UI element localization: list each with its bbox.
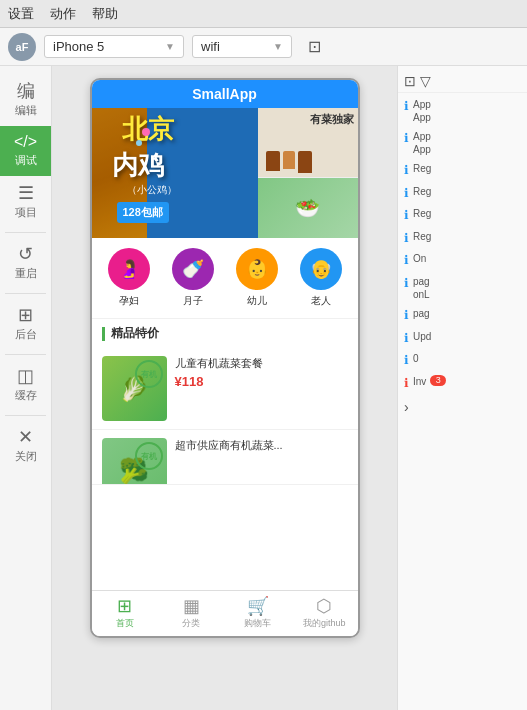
- main-layout: 编 编辑 </> 调试 ☰ 项目 ↺ 重启 ⊞ 后台 ◫ 缓存 ✕ 关闭: [0, 66, 527, 710]
- backend-icon: ⊞: [18, 306, 33, 324]
- sidebar-divider4: [5, 415, 46, 416]
- product-image-1: 🥬 有机: [102, 356, 167, 421]
- banner-text-naji: 内鸡: [112, 148, 164, 183]
- sidebar-item-project[interactable]: ☰ 项目: [0, 176, 51, 228]
- organic-badge-2: 有机: [135, 442, 163, 470]
- panel-info-icon-9: ℹ: [404, 308, 409, 324]
- panel-error-icon: ℹ: [404, 376, 409, 392]
- sidebar-item-cache[interactable]: ◫ 缓存: [0, 359, 51, 411]
- infant-icon: 👶: [236, 248, 278, 290]
- phone-frame: SmallApp 北京 内鸡 （小公鸡） 128包邮: [90, 78, 360, 638]
- banner-left[interactable]: 北京 内鸡 （小公鸡） 128包邮: [92, 108, 258, 238]
- panel-text-5: Reg: [413, 207, 431, 220]
- edit-icon: 编: [17, 82, 35, 100]
- menu-settings[interactable]: 设置: [8, 5, 34, 23]
- category-postpartum-label: 月子: [183, 294, 203, 308]
- avatar: aF: [8, 33, 36, 61]
- panel-row-2: ℹ AppApp: [398, 127, 527, 159]
- panel-text-1: AppApp: [413, 98, 431, 124]
- close-icon: ✕: [18, 428, 33, 446]
- panel-text-10: Upd: [413, 330, 431, 343]
- content-area: SmallApp 北京 内鸡 （小公鸡） 128包邮: [52, 66, 527, 710]
- menu-help[interactable]: 帮助: [92, 5, 118, 23]
- panel-row-11: ℹ 0: [398, 349, 527, 372]
- panel-info-icon-1: ℹ: [404, 99, 409, 115]
- cache-icon: ◫: [17, 367, 34, 385]
- banner-right-top: 有菜独家: [258, 108, 358, 177]
- nav-item-category[interactable]: ▦ 分类: [158, 591, 225, 636]
- category-icon: ▦: [183, 597, 200, 615]
- category-infant-label: 幼儿: [247, 294, 267, 308]
- sidebar-cache-label: 缓存: [15, 388, 37, 403]
- section-text: 精品特价: [111, 325, 159, 342]
- github-icon: ⬡: [316, 597, 332, 615]
- panel-row-5: ℹ Reg: [398, 204, 527, 227]
- nav-home-label: 首页: [116, 617, 134, 630]
- panel-info-icon-10: ℹ: [404, 331, 409, 347]
- product-row-1[interactable]: 🥬 有机 儿童有机蔬菜套餐 ¥118: [92, 348, 358, 430]
- panel-info-icon-4: ℹ: [404, 186, 409, 202]
- preview-button[interactable]: ⊡: [300, 33, 328, 61]
- sidebar-item-debug[interactable]: </> 调试: [0, 126, 51, 176]
- panel-expand-icon[interactable]: ›: [404, 398, 409, 416]
- sidebar-item-edit[interactable]: 编 编辑: [0, 74, 51, 126]
- organic-badge-1: 有机: [135, 360, 163, 388]
- banner-right-label: 有菜独家: [310, 112, 354, 127]
- sidebar-item-backend[interactable]: ⊞ 后台: [0, 298, 51, 350]
- category-postpartum[interactable]: 🍼 月子: [172, 248, 214, 308]
- banner-area: 北京 内鸡 （小公鸡） 128包邮 有菜独家: [92, 108, 358, 238]
- panel-row-9: ℹ pag: [398, 304, 527, 327]
- product-image-2: 🥦 有机: [102, 438, 167, 485]
- nav-item-github[interactable]: ⬡ 我的github: [291, 591, 358, 636]
- device-selector[interactable]: iPhone 5 ▼: [44, 35, 184, 58]
- panel-info-icon-3: ℹ: [404, 163, 409, 179]
- section-title: 精品特价: [92, 318, 358, 348]
- nav-item-home[interactable]: ⊞ 首页: [92, 591, 159, 636]
- sidebar-item-close[interactable]: ✕ 关闭: [0, 420, 51, 472]
- product-info-2: 超市供应商有机蔬菜...: [175, 438, 348, 476]
- panel-row-10: ℹ Upd: [398, 327, 527, 350]
- network-label: wifi: [201, 39, 220, 54]
- panel-info-icon-11: ℹ: [404, 353, 409, 369]
- category-elderly[interactable]: 👴 老人: [300, 248, 342, 308]
- pregnant-icon: 🤰: [108, 248, 150, 290]
- category-pregnant[interactable]: 🤰 孕妇: [108, 248, 150, 308]
- cart-icon: 🛒: [247, 597, 269, 615]
- sidebar-divider2: [5, 293, 46, 294]
- panel-info-icon-7: ℹ: [404, 253, 409, 269]
- panel-text-7: On: [413, 252, 426, 265]
- panel-info-icon-6: ℹ: [404, 231, 409, 247]
- app-title: SmallApp: [192, 86, 257, 102]
- product-list: 🥬 有机 儿童有机蔬菜套餐 ¥118 🥦 有机: [92, 348, 358, 485]
- product-info-1: 儿童有机蔬菜套餐 ¥118: [175, 356, 348, 421]
- right-panel: ⊡ ▽ ℹ AppApp ℹ AppApp ℹ Reg ℹ Reg ℹ Reg: [397, 66, 527, 710]
- sidebar-item-restart[interactable]: ↺ 重启: [0, 237, 51, 289]
- panel-row-12: ℹ Inv 3: [398, 372, 527, 395]
- panel-text-12: Inv: [413, 375, 426, 388]
- nav-category-label: 分类: [182, 617, 200, 630]
- product-row-2[interactable]: 🥦 有机 超市供应商有机蔬菜...: [92, 430, 358, 485]
- panel-row-1: ℹ AppApp: [398, 95, 527, 127]
- sidebar-restart-label: 重启: [15, 266, 37, 281]
- panel-text-8: pagonL: [413, 275, 430, 301]
- panel-dropdown-icon[interactable]: ▽: [420, 73, 431, 89]
- banner-right: 有菜独家 🥗: [258, 108, 358, 238]
- network-arrow-icon: ▼: [273, 41, 283, 52]
- panel-filter-icon[interactable]: ⊡: [404, 73, 416, 89]
- home-icon: ⊞: [117, 597, 132, 615]
- banner-price: 128包邮: [117, 202, 169, 223]
- network-selector[interactable]: wifi ▼: [192, 35, 292, 58]
- sidebar-backend-label: 后台: [15, 327, 37, 342]
- sidebar-project-label: 项目: [15, 205, 37, 220]
- nav-item-cart[interactable]: 🛒 购物车: [225, 591, 292, 636]
- menu-actions[interactable]: 动作: [50, 5, 76, 23]
- panel-row-3: ℹ Reg: [398, 159, 527, 182]
- panel-row-4: ℹ Reg: [398, 182, 527, 205]
- banner-text-small: （小公鸡）: [127, 183, 177, 197]
- panel-row-8: ℹ pagonL: [398, 272, 527, 304]
- category-elderly-label: 老人: [311, 294, 331, 308]
- category-infant[interactable]: 👶 幼儿: [236, 248, 278, 308]
- phone-preview-container: SmallApp 北京 内鸡 （小公鸡） 128包邮: [52, 66, 397, 710]
- section-bar: [102, 327, 105, 341]
- project-icon: ☰: [18, 184, 34, 202]
